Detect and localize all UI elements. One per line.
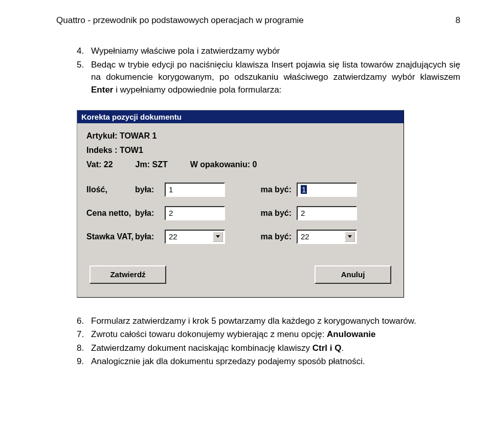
text-span: Zatwierdzamy dokument naciskając kombina… [91, 343, 313, 353]
byla-label: była: [135, 209, 165, 218]
list-number: 6. [77, 315, 91, 328]
byla-label: była: [135, 232, 165, 241]
jm-value: SZT [152, 160, 168, 169]
confirm-button[interactable]: Zatwierdź [90, 265, 166, 284]
page-number: 8 [456, 15, 460, 26]
list-item: 5. Bedąc w trybie edycji po naciśnięciu … [77, 59, 460, 97]
bold-text: Anulowanie [327, 329, 375, 339]
wopak-label: W opakowaniu: [190, 160, 250, 169]
stawka-row: Stawka VAT, była: 22 ma być: 22 [86, 230, 394, 244]
indeks-value: TOW1 [120, 146, 143, 154]
meta-row: Vat: 22 Jm: SZT W opakowaniu: 0 [86, 160, 394, 169]
list-number: 8. [77, 342, 91, 355]
indeks-label: Indeks : [86, 146, 117, 154]
list-number: 5. [77, 59, 91, 97]
page-header: Quattro - przewodnik po podstawowych ope… [56, 15, 460, 26]
list-item: 6. Formularz zatwierdzamy i krok 5 powta… [77, 315, 460, 328]
correction-dialog: Korekta pozycji dokumentu Artykuł: TOWAR… [77, 110, 404, 298]
cancel-button[interactable]: Anuluj [315, 265, 391, 284]
vat-value: 22 [104, 160, 113, 169]
artykul-value: TOWAR 1 [120, 131, 157, 140]
bold-text: Enter [91, 85, 113, 95]
list-text: Analogicznie jak dla dokumentu sprzedazy… [91, 355, 460, 368]
intro-list: 4. Wypełniamy właściwe pola i zatwierdza… [77, 45, 460, 97]
text-span: Zwrotu całości towaru dokonujemy wybiera… [91, 329, 327, 339]
list-item: 4. Wypełniamy właściwe pola i zatwierdza… [77, 45, 460, 58]
header-title: Quattro - przewodnik po podstawowych ope… [56, 15, 304, 26]
text-span: Bedąc w trybie edycji po naciśnięciu kla… [91, 60, 460, 82]
chevron-down-icon[interactable] [345, 232, 355, 242]
cena-mabyc-input[interactable]: 2 [297, 206, 357, 220]
cena-row: Cena netto, była: 2 ma być: 2 [86, 206, 394, 220]
list-text: Zwrotu całości towaru dokonujemy wybiera… [91, 328, 460, 341]
artykul-row: Artykuł: TOWAR 1 [86, 131, 394, 141]
list-text: Zatwierdzamy dokument naciskając kombina… [91, 342, 460, 355]
list-item: 7. Zwrotu całości towaru dokonujemy wybi… [77, 328, 460, 341]
ilosc-label: Ilość, [86, 185, 135, 194]
ilosc-mabyc-input[interactable]: 1 [297, 183, 357, 197]
text-span: . [341, 343, 344, 353]
mabyc-label: ma być: [246, 232, 297, 241]
mabyc-label: ma być: [246, 185, 297, 194]
ilosc-row: Ilość, była: 1 ma być: 1 [86, 183, 394, 197]
stawka-byla-select[interactable]: 22 [165, 230, 225, 244]
select-value: 22 [301, 232, 309, 241]
artykul-label: Artykuł: [86, 131, 117, 140]
list-item: 9. Analogicznie jak dla dokumentu sprzed… [77, 355, 460, 368]
jm-label: Jm: [136, 160, 150, 169]
text-span: i wypełniamy odpowiednie pola formularza… [113, 85, 281, 95]
list-text: Bedąc w trybie edycji po naciśnięciu kla… [91, 59, 460, 97]
cena-byla-input[interactable]: 2 [165, 206, 225, 220]
select-value: 22 [169, 232, 177, 241]
byla-label: była: [135, 185, 165, 194]
ilosc-byla-input[interactable]: 1 [165, 183, 225, 197]
list-number: 9. [77, 355, 91, 368]
dialog-titlebar: Korekta pozycji dokumentu [77, 110, 404, 123]
stawka-mabyc-select[interactable]: 22 [297, 230, 357, 244]
indeks-row: Indeks : TOW1 [86, 146, 394, 155]
cena-label: Cena netto, [86, 209, 135, 218]
list-text: Wypełniamy właściwe pola i zatwierdzamy … [91, 45, 460, 58]
wopak-value: 0 [253, 160, 257, 169]
vat-label: Vat: [86, 160, 101, 169]
list-text: Formularz zatwierdzamy i krok 5 powtarza… [91, 315, 460, 328]
chevron-down-icon[interactable] [213, 232, 223, 242]
list-number: 7. [77, 328, 91, 341]
list-item: 8. Zatwierdzamy dokument naciskając komb… [77, 342, 460, 355]
list-number: 4. [77, 45, 91, 58]
bold-text: Ctrl i Q [313, 343, 342, 353]
mabyc-label: ma być: [246, 209, 297, 218]
after-list: 6. Formularz zatwierdzamy i krok 5 powta… [77, 315, 460, 369]
selected-text: 1 [301, 185, 307, 194]
